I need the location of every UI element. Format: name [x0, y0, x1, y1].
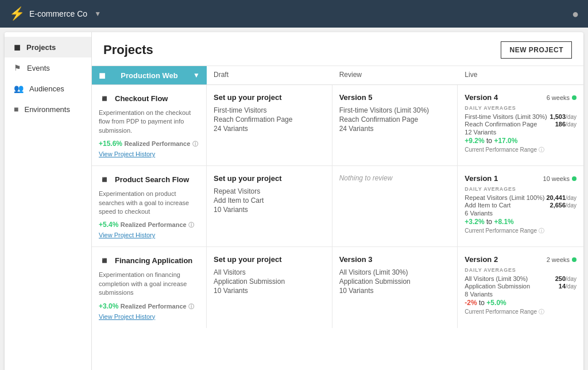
stat-value: 1,503/day: [550, 113, 577, 120]
review-cell-checkout-flow: Version 5First-time Visitors (Limit 30%)…: [332, 85, 458, 165]
stat-row: Add Item to Cart 2,656/day: [465, 202, 577, 209]
stat-label: Add Item to Cart: [465, 202, 510, 209]
project-name-row: ◾ Product Search Flow: [99, 174, 199, 185]
view-history-link[interactable]: View Project History: [99, 151, 199, 157]
sidebar-item-audiences-label: Audiences: [29, 84, 64, 93]
draft-line: 10 Variants: [214, 206, 325, 214]
sidebar-item-projects-label: Projects: [26, 43, 56, 52]
live-dot: [572, 257, 577, 262]
draft-line: Application Submission: [214, 278, 325, 286]
project-info-product-search-flow: ◾ Product Search Flow Experimentation on…: [92, 166, 207, 246]
main-layout: ◼ Projects ⚑ Events 👥 Audiences ■ Enviro…: [5, 32, 583, 370]
info-icon: ⓘ: [188, 222, 194, 228]
env-chevron-icon: ▼: [193, 71, 200, 79]
weeks-badge: 6 weeks: [547, 94, 577, 101]
draft-line: Reach Confirmation Page: [214, 115, 325, 124]
review-line: All Visitors (Limit 30%): [339, 268, 451, 276]
content-header: Projects NEW PROJECT: [92, 32, 583, 66]
project-info-financing-application: ◾ Financing Application Experimentation …: [92, 247, 207, 327]
project-name: Checkout Flow: [115, 94, 168, 103]
project-name-row: ◾ Financing Application: [99, 255, 199, 266]
draft-line: 10 Variants: [214, 287, 325, 295]
stat-value: 186/day: [555, 121, 577, 128]
content-area: Projects NEW PROJECT ◼ Production Web ▼ …: [92, 32, 583, 370]
column-header-row: ◼ Production Web ▼ Draft Review Live: [92, 66, 583, 85]
project-row: ◾ Financing Application Experimentation …: [92, 247, 583, 327]
perf-range-label: Current Performance Range ⓘ: [465, 227, 577, 235]
stat-row: All Visitors (Limit 30%) 250/day: [465, 275, 577, 282]
stat-value: 14/day: [559, 283, 577, 290]
range-low: +3.2%: [465, 218, 484, 226]
col-header-review: Review: [332, 66, 458, 84]
review-line: Application Submission: [339, 278, 451, 286]
variants-count: 6 Variants: [465, 210, 577, 217]
sidebar-item-environments[interactable]: ■ Environments: [5, 99, 91, 120]
draft-cell-product-search-flow: Set up your projectRepeat VisitorsAdd It…: [207, 166, 332, 246]
stat-row: Application Submission 14/day: [465, 283, 577, 290]
stat-unit: /day: [566, 202, 577, 209]
stat-value: 20,441/day: [546, 194, 577, 201]
live-header: Version 1 10 weeks: [465, 174, 577, 183]
nothing-to-review: Nothing to review: [339, 174, 451, 182]
logo-icon: ⚡: [9, 6, 25, 21]
draft-line: Repeat Visitors: [214, 187, 325, 195]
live-header: Version 2 2 weeks: [465, 255, 577, 264]
new-project-button[interactable]: NEW PROJECT: [501, 41, 572, 59]
user-icon[interactable]: ●: [572, 7, 579, 21]
review-line: First-time Visitors (Limit 30%): [339, 106, 451, 114]
live-dot: [572, 176, 577, 181]
project-description: Experimentation on financing completion …: [99, 271, 199, 297]
performance-range: +9.2% to +17.0%: [465, 137, 577, 145]
live-cell-financing-application: Version 2 2 weeks DAILY AVERAGES All Vis…: [458, 247, 583, 327]
info-icon: ⓘ: [539, 228, 544, 234]
project-row: ◾ Checkout Flow Experimentation on the c…: [92, 85, 583, 166]
setup-label: Set up your project: [214, 255, 325, 264]
weeks-badge: 10 weeks: [543, 175, 577, 182]
sidebar-item-events-label: Events: [27, 64, 50, 72]
stat-label: Repeat Visitors (Limit 100%): [465, 194, 544, 201]
topnav-left: ⚡ E-commerce Co ▼: [9, 6, 101, 21]
range-high: +8.1%: [494, 218, 513, 226]
live-dot: [572, 95, 577, 100]
live-cell-product-search-flow: Version 1 10 weeks DAILY AVERAGES Repeat…: [458, 166, 583, 246]
project-name: Product Search Flow: [115, 175, 189, 184]
stat-row: Repeat Visitors (Limit 100%) 20,441/day: [465, 194, 577, 201]
stat-row: Reach Confirmation Page 186/day: [465, 121, 577, 128]
stat-unit: /day: [566, 195, 577, 201]
project-icon: ◾: [99, 93, 110, 104]
stat-value: 2,656/day: [550, 202, 577, 209]
view-history-link[interactable]: View Project History: [99, 232, 199, 238]
grid-icon: ◼: [14, 43, 21, 52]
stat-unit: /day: [566, 283, 577, 290]
sidebar-item-audiences[interactable]: 👥 Audiences: [5, 78, 91, 99]
live-version: Version 2: [465, 255, 498, 264]
review-version: Version 3: [339, 255, 451, 264]
perf-range-label: Current Performance Range ⓘ: [465, 308, 577, 316]
col-header-live: Live: [458, 66, 583, 84]
performance-range: +3.2% to +8.1%: [465, 218, 577, 226]
sidebar-item-projects[interactable]: ◼ Projects: [5, 37, 91, 57]
live-header: Version 4 6 weeks: [465, 93, 577, 102]
view-history-link[interactable]: View Project History: [99, 313, 199, 320]
project-row: ◾ Product Search Flow Experimentation on…: [92, 166, 583, 247]
setup-label: Set up your project: [214, 174, 325, 183]
project-description: Experimentation on product searches with…: [99, 190, 199, 216]
daily-avg-label: DAILY AVERAGES: [465, 105, 577, 111]
realized-performance: +3.0% Realized Performance ⓘ: [99, 302, 199, 311]
review-version: Version 5: [339, 93, 451, 102]
stat-value: 250/day: [555, 275, 577, 282]
draft-line: Add Item to Cart: [214, 196, 325, 205]
perf-label: Realized Performance: [121, 303, 187, 310]
stat-label: All Visitors (Limit 30%): [465, 275, 528, 282]
stat-unit: /day: [566, 121, 577, 128]
org-chevron-icon[interactable]: ▼: [94, 10, 101, 18]
sidebar-item-events[interactable]: ⚑ Events: [5, 57, 91, 78]
sidebar-item-environments-label: Environments: [24, 105, 69, 114]
variants-count: 8 Variants: [465, 291, 577, 298]
environment-selector[interactable]: ◼ Production Web ▼: [92, 66, 207, 84]
org-name[interactable]: E-commerce Co: [29, 9, 87, 18]
perf-range-label: Current Performance Range ⓘ: [465, 146, 577, 154]
draft-cell-checkout-flow: Set up your projectFirst-time VisitorsRe…: [207, 85, 332, 165]
review-line: Reach Confirmation Page: [339, 115, 451, 124]
stat-label: First-time Visitors (Limit 30%): [465, 113, 547, 120]
